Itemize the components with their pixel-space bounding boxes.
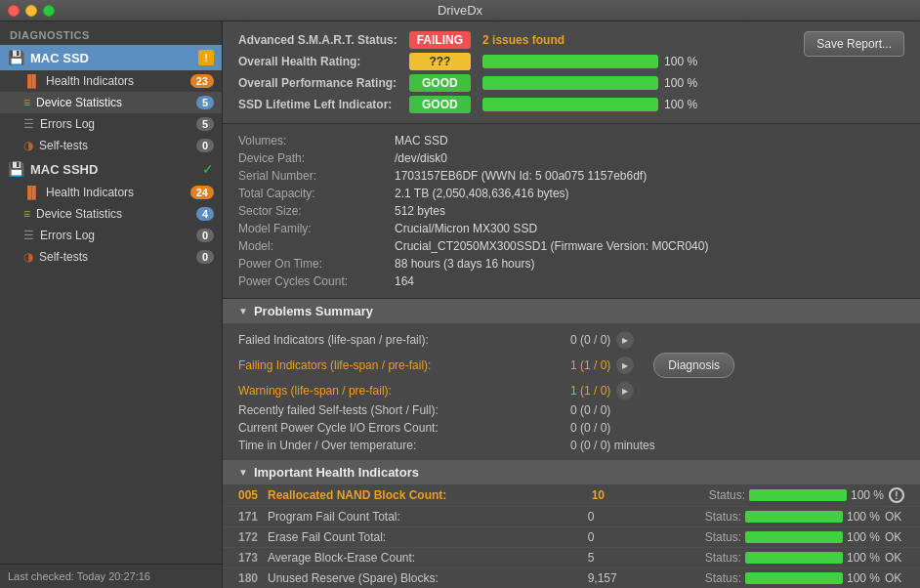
health-name-173: Average Block-Erase Count: <box>268 551 588 565</box>
info-val-power-on: 88 hours (3 days 16 hours) <box>395 257 534 271</box>
health-row-171: 171 Program Fail Count Total: 0 Status: … <box>223 507 920 527</box>
health-section-header: ▼ Important Health Indicators <box>223 460 920 484</box>
info-val-volumes: MAC SSD <box>395 134 448 147</box>
performance-label: Overall Performance Rating: <box>238 76 397 90</box>
info-row-power-on: Power On Time: 88 hours (3 days 16 hours… <box>238 255 904 273</box>
health-name-172: Erase Fail Count Total: <box>268 530 588 544</box>
health-bar-005 <box>749 489 847 501</box>
status-label-sm-171: Status: <box>705 510 741 524</box>
health-bar-171 <box>745 511 843 523</box>
diagnosis-button[interactable]: Diagnosis <box>653 353 734 378</box>
titlebar: DriveDx <box>0 0 920 21</box>
info-row-power-cycles: Power Cycles Count: 164 <box>238 273 904 290</box>
info-row-model: Model: Crucial_CT2050MX300SSD1 (Firmware… <box>238 237 904 255</box>
info-key-power-on: Power On Time: <box>238 257 395 271</box>
sidebar-device-mac-sshd[interactable]: 💾 MAC SSHD ✓ <box>0 156 222 182</box>
health-bar-fill-180 <box>745 572 843 584</box>
health-pct-180: 100 % <box>847 571 881 585</box>
minimize-button[interactable] <box>25 5 37 17</box>
ok-text-172: OK <box>885 530 904 544</box>
info-key-serial: Serial Number: <box>238 169 395 183</box>
save-report-button[interactable]: Save Report... <box>804 31 904 57</box>
info-val-capacity: 2.1 TB (2,050,408,636,416 bytes) <box>395 187 569 200</box>
problem-self-tests-val: 0 (0 / 0) <box>570 403 610 417</box>
info-key-volumes: Volumes: <box>238 134 395 147</box>
status-label-sm-172: Status: <box>705 530 741 544</box>
self-tests-label: Self-tests <box>39 139 190 152</box>
health-bar-fill-173 <box>745 552 843 564</box>
lifetime-fill <box>482 98 658 111</box>
sidebar-item-device-statistics-sshd[interactable]: ≡ Device Statistics 4 <box>0 203 222 225</box>
self-tests-icon-2: ◑ <box>23 250 33 264</box>
health-row-173: 173 Average Block-Erase Count: 5 Status:… <box>223 548 920 568</box>
problems-triangle-icon: ▼ <box>238 306 248 316</box>
sidebar-item-health-indicators-ssd[interactable]: ▐▌ Health Indicators 23 <box>0 70 222 92</box>
info-key-sector: Sector Size: <box>238 204 395 218</box>
problem-warnings: Warnings (life-span / pre-fail): 1 (1 / … <box>238 380 904 401</box>
close-button[interactable] <box>8 5 20 17</box>
mac-sshd-label: MAC SSHD <box>30 162 196 177</box>
health-pct-171: 100 % <box>847 510 881 524</box>
health-indicators-sshd-label: Health Indicators <box>46 186 185 199</box>
health-num-005: 005 <box>238 488 268 502</box>
problem-temperature: Time in Under / Over temperature: 0 (0 /… <box>238 437 904 454</box>
health-bar-wrap-171: 100 % OK <box>745 510 904 524</box>
device-stats-icon: ≡ <box>23 96 30 109</box>
maximize-button[interactable] <box>43 5 55 17</box>
health-bar-wrap-180: 100 % OK <box>745 571 904 585</box>
warning-icon: ! <box>198 50 214 65</box>
lifetime-label: SSD Lifetime Left Indicator: <box>238 98 397 111</box>
problems-section-header: ▼ Problems Summary <box>223 299 920 323</box>
problem-failed-label: Failed Indicators (life-span / pre-fail)… <box>238 333 570 347</box>
health-pct-172: 100 % <box>847 530 881 544</box>
ok-text-171: OK <box>885 510 904 524</box>
warnings-arrow-button[interactable] <box>616 382 634 399</box>
info-val-family: Crucial/Micron MX300 SSD <box>395 222 537 235</box>
health-name-005: Reallocated NAND Block Count: <box>268 488 592 502</box>
errors-sshd-badge: 0 <box>196 229 214 242</box>
health-row-180: 180 Unused Reserve (Spare) Blocks: 9,157… <box>223 568 920 588</box>
sidebar-device-mac-ssd[interactable]: 💾 MAC SSD ! <box>0 45 222 70</box>
problems-grid: Failed Indicators (life-span / pre-fail)… <box>223 323 920 460</box>
health-value-173: 5 <box>588 551 705 565</box>
health-rating-pct: 100 % <box>664 55 697 68</box>
sidebar-item-self-tests-ssd[interactable]: ◑ Self-tests 0 <box>0 135 222 156</box>
device-stats-label: Device Statistics <box>36 96 190 109</box>
info-row-sector: Sector Size: 512 bytes <box>238 202 904 220</box>
info-val-power-cycles: 164 <box>395 274 414 288</box>
health-bar-fill-172 <box>745 531 843 543</box>
health-bar-173 <box>745 552 843 564</box>
sidebar-item-health-indicators-sshd[interactable]: ▐▌ Health Indicators 24 <box>0 182 222 203</box>
sidebar: Diagnostics 💾 MAC SSD ! ▐▌ Health Indica… <box>0 21 223 588</box>
health-bar-wrap-173: 100 % OK <box>745 551 904 565</box>
sidebar-item-device-statistics-ssd[interactable]: ≡ Device Statistics 5 <box>0 92 222 113</box>
ok-text-173: OK <box>885 551 904 565</box>
problem-warnings-label: Warnings (life-span / pre-fail): <box>238 384 570 398</box>
device-stats-sshd-badge: 4 <box>196 207 214 221</box>
problem-self-tests-label: Recently failed Self-tests (Short / Full… <box>238 403 570 417</box>
failing-arrow-button[interactable] <box>616 357 634 374</box>
problems-section-title: Problems Summary <box>254 304 373 318</box>
health-rating-progress-row: 100 % <box>482 55 697 68</box>
main-content: Advanced S.M.A.R.T. Status: FAILING 2 is… <box>223 21 920 588</box>
device-info-section: Volumes: MAC SSD Device Path: /dev/disk0… <box>223 124 920 299</box>
failed-arrow-button[interactable] <box>616 331 634 349</box>
sidebar-item-self-tests-sshd[interactable]: ◑ Self-tests 0 <box>0 246 222 268</box>
self-tests-badge: 0 <box>196 139 214 152</box>
problem-failing-val: 1 (1 / 0) <box>570 358 610 372</box>
problem-failed-val: 0 (0 / 0) <box>570 333 610 347</box>
health-num-171: 171 <box>238 510 268 524</box>
sidebar-item-errors-log-sshd[interactable]: ☰ Errors Log 0 <box>0 225 222 246</box>
health-section-title: Important Health Indicators <box>254 465 419 480</box>
errors-log-icon-2: ☰ <box>23 229 34 242</box>
device-stats-sshd-label: Device Statistics <box>36 207 190 221</box>
sidebar-item-errors-log-ssd[interactable]: ☰ Errors Log 5 <box>0 113 222 135</box>
health-value-171: 0 <box>588 510 705 524</box>
health-num-172: 172 <box>238 530 268 544</box>
device-stats-icon-2: ≡ <box>23 207 30 221</box>
health-bar-wrap-005: 100 % ! <box>749 487 904 503</box>
lifetime-progress-row: 100 % <box>482 98 697 111</box>
health-rating-label: Overall Health Rating: <box>238 55 397 68</box>
health-name-171: Program Fail Count Total: <box>268 510 588 524</box>
health-pct-005: 100 % <box>851 488 885 502</box>
